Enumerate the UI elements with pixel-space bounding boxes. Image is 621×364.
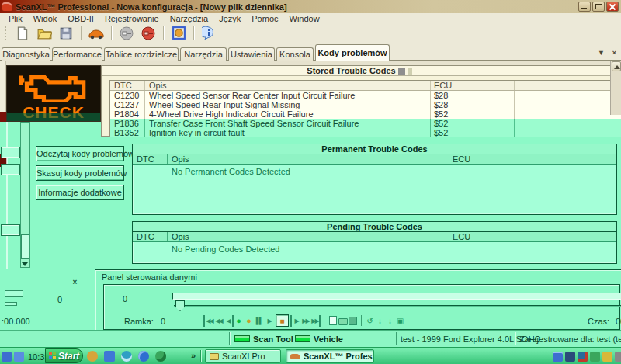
internet-explorer-icon[interactable] (121, 351, 132, 362)
quick-launch-icon[interactable] (138, 351, 149, 362)
table-row[interactable]: B1352Ignition key in circuit fault$52 (110, 128, 621, 137)
menu-pomoc[interactable]: Pomoc (246, 14, 283, 23)
menu-narzedzia[interactable]: Narzędzia (165, 14, 214, 23)
read-trouble-codes-button[interactable]: Odczytaj kody problemów (36, 146, 124, 161)
stop-icon[interactable]: ■ (276, 314, 289, 327)
car-icon (290, 354, 300, 359)
save-log-icon[interactable] (348, 315, 358, 327)
record-icon[interactable]: ● (234, 315, 244, 327)
status-separator (515, 332, 515, 345)
tab-performance[interactable]: Performance (52, 47, 102, 61)
stored-header-row: DTC Opis ECU (110, 81, 621, 91)
clear-trouble-codes-button[interactable]: Skasuj kody problemów (36, 165, 124, 181)
table-row[interactable]: C1230Wheel Speed Sensor Rear Center Inpu… (110, 91, 621, 100)
quick-launch-icon[interactable] (104, 351, 115, 362)
title-bar: ScanXL™ Professional - Nowa konfiguracja… (0, 0, 621, 13)
vehicle-icon[interactable] (87, 25, 106, 42)
tray-display-icon[interactable] (553, 352, 563, 362)
task-scanxl-professional[interactable]: ScanXL™ Professional... (286, 349, 374, 363)
permanent-header-row: DTC Opis ECU (133, 154, 616, 165)
info-icon[interactable] (199, 25, 218, 42)
skip-last-icon[interactable]: ▶▶ (310, 315, 321, 327)
tab-ustawienia[interactable]: Ustawienia (228, 47, 275, 61)
tray-shield-icon[interactable] (590, 352, 600, 362)
fast-forward-icon[interactable]: ▶▶ (300, 315, 310, 327)
playback-slider-track[interactable] (172, 293, 621, 300)
tab-close-icon[interactable]: × (609, 47, 619, 57)
stored-trouble-codes-panel: Stored Trouble Codes DTC Opis ECU C1230W… (101, 65, 618, 137)
start-button[interactable]: Start (45, 348, 83, 363)
media-player-icon[interactable] (155, 351, 166, 362)
menu-rejestrowanie[interactable]: Rejestrowanie (99, 14, 165, 23)
ghost-panel-fragment: × 0 :00.000 (0, 269, 95, 330)
menu-window[interactable]: Window (284, 14, 325, 23)
save-file-icon[interactable] (57, 25, 75, 42)
ghost-list-panel (0, 122, 33, 269)
slider-value: 0 (123, 294, 127, 303)
stored-table: DTC Opis ECU C1230Wheel Speed Sensor Rea… (109, 80, 621, 136)
open-log-icon[interactable] (338, 315, 348, 327)
tab-dropdown-icon[interactable]: ▼ (596, 47, 606, 57)
maximize-button[interactable] (592, 2, 605, 12)
pause-icon[interactable]: ▌▌ (254, 315, 264, 327)
scroll-up-icon[interactable] (612, 61, 621, 71)
tray-speaker-icon[interactable] (602, 352, 612, 362)
tray-icon-left[interactable] (2, 352, 12, 362)
menu-obd2[interactable]: OBD-II (62, 14, 99, 23)
export-icon[interactable]: ↓ (385, 315, 395, 327)
new-log-icon[interactable] (328, 315, 338, 327)
playback-slider-thumb[interactable] (175, 300, 185, 311)
tab-konsola[interactable]: Konsola (276, 47, 314, 61)
overflow-chevron[interactable]: » (191, 351, 196, 360)
menu-jezyk[interactable]: Język (213, 14, 246, 23)
tray-icon-clipped[interactable] (615, 352, 621, 362)
tray-icon-left[interactable] (14, 352, 24, 362)
tab-kody-problemow[interactable]: Kody problemów (315, 44, 390, 61)
controls-separator (361, 315, 362, 326)
table-row[interactable]: P1836Transfer Case Front Shaft Speed Sen… (110, 119, 621, 128)
menu-plik[interactable]: Plik (3, 14, 28, 23)
new-file-icon[interactable] (13, 25, 32, 42)
play-icon[interactable]: ▶ (264, 315, 274, 327)
tab-strip: Diagnostyka Performance Tablice rozdziel… (0, 43, 621, 61)
frame-value: 0 (161, 317, 165, 326)
dashboard-icon[interactable] (169, 25, 188, 42)
ghost-counter: 0 (57, 295, 62, 304)
table-row[interactable]: C1237Wheel Speed Rear Input Signal Missi… (110, 100, 621, 109)
playback-slider-groove (174, 305, 621, 307)
additional-info-button[interactable]: Informacje dodatkowe (36, 185, 124, 200)
tab-narzedzia[interactable]: Narzędzia (180, 47, 227, 61)
tab-diagnostyka[interactable]: Diagnostyka (2, 47, 50, 61)
step-back-icon[interactable]: ◀ (224, 315, 234, 327)
vehicle-led (295, 335, 310, 342)
step-forward-icon[interactable]: ▶ (290, 315, 300, 327)
stored-title: Stored Trouble Codes (102, 66, 617, 76)
tray-battery-icon[interactable] (565, 352, 575, 362)
connect-plug-icon[interactable] (117, 25, 136, 42)
toolbar (0, 23, 621, 43)
close-button[interactable] (606, 2, 619, 12)
snapshot-icon[interactable]: ● (244, 315, 254, 327)
frame-label: Ramka: (124, 317, 154, 326)
disconnect-plug-icon[interactable] (139, 25, 158, 42)
table-row[interactable]: P18044-Wheel Drive High Indicator Circui… (110, 109, 621, 119)
open-file-icon[interactable] (35, 25, 54, 42)
pending-table-body: No Pending Codes Detected (133, 242, 616, 262)
permanent-trouble-codes-panel: Permanent Trouble Codes DTC Opis ECU No … (132, 144, 617, 215)
vehicle-label: Vehicle (314, 335, 343, 344)
ghost-widget (5, 290, 23, 297)
skip-first-icon[interactable]: ◀◀ (203, 315, 213, 327)
download-icon[interactable]: ↓ (375, 315, 385, 327)
frame-view-icon[interactable]: ▣ (395, 315, 405, 327)
app-icon (2, 2, 12, 11)
reset-icon[interactable]: ↺ (365, 315, 375, 327)
menu-widok[interactable]: Widok (28, 14, 63, 23)
vertical-scrollbar[interactable] (610, 61, 621, 115)
status-separator (396, 332, 397, 345)
tab-tablice-rozdzielcze[interactable]: Tablice rozdzielcze (104, 47, 179, 61)
task-scanxlpro-folder[interactable]: ScanXLPro (205, 349, 281, 363)
quick-launch-icon[interactable] (87, 351, 98, 362)
fast-rewind-icon[interactable]: ◀◀ (213, 315, 224, 327)
tray-volume-muted-icon[interactable] (578, 352, 588, 362)
minimize-button[interactable] (578, 2, 591, 12)
